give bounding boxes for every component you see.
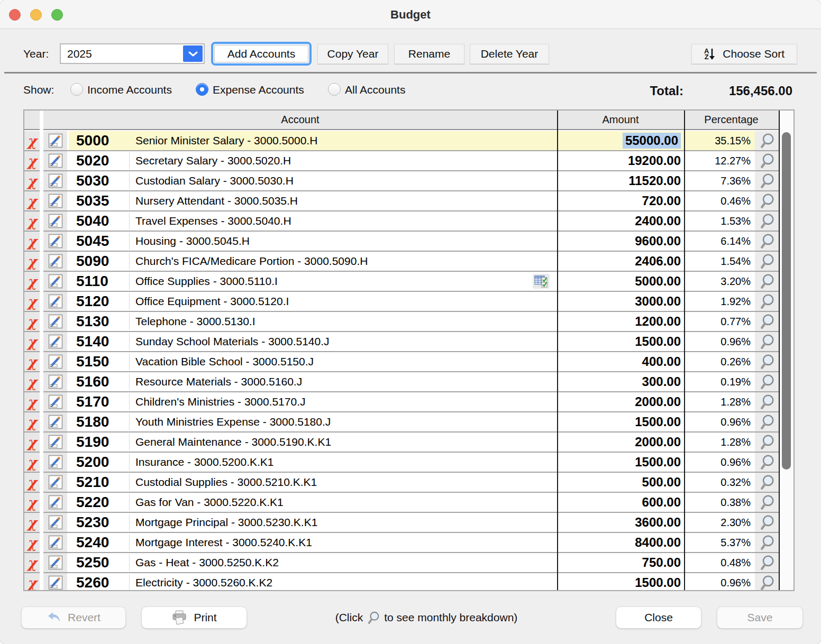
edit-row-cell[interactable] xyxy=(43,232,67,251)
delete-row-cell[interactable]: χ xyxy=(24,553,40,572)
edit-row-cell[interactable] xyxy=(43,553,67,572)
edit-row-cell[interactable] xyxy=(43,513,67,532)
delete-x-icon[interactable]: χ xyxy=(28,375,37,389)
amount-cell[interactable]: 300.00 xyxy=(557,372,684,391)
edit-row-cell[interactable] xyxy=(43,191,67,210)
account-number[interactable]: 5120 xyxy=(69,292,129,311)
delete-row-cell[interactable]: χ xyxy=(24,352,40,371)
amount-cell[interactable]: 1500.00 xyxy=(557,332,684,351)
close-button[interactable]: Close xyxy=(616,606,701,629)
account-number[interactable]: 5110 xyxy=(69,272,129,291)
spreadsheet-icon[interactable] xyxy=(533,274,550,289)
delete-x-icon[interactable]: χ xyxy=(28,455,37,470)
account-name-cell[interactable]: Vacation Bible School - 3000.5150.J xyxy=(129,352,557,371)
edit-row-cell[interactable] xyxy=(43,352,67,371)
edit-row-cell[interactable] xyxy=(43,372,67,391)
edit-pencil-icon[interactable] xyxy=(48,294,63,309)
magnifier-icon[interactable] xyxy=(760,555,774,571)
edit-row-cell[interactable] xyxy=(43,131,67,150)
delete-row-cell[interactable]: χ xyxy=(24,332,40,351)
edit-pencil-icon[interactable] xyxy=(48,274,63,289)
vertical-scrollbar[interactable] xyxy=(780,111,793,590)
delete-row-cell[interactable]: χ xyxy=(24,211,40,231)
edit-pencil-icon[interactable] xyxy=(48,394,63,409)
amount-cell[interactable]: 19200.00 xyxy=(557,151,684,170)
edit-pencil-icon[interactable] xyxy=(48,133,63,148)
account-number[interactable]: 5035 xyxy=(69,191,129,210)
account-name-cell[interactable]: Office Supplies - 3000.5110.I xyxy=(129,272,557,291)
delete-x-icon[interactable]: χ xyxy=(28,254,37,269)
account-name-cell[interactable]: Electricity - 3000.5260.K.K2 xyxy=(129,573,557,590)
account-name-cell[interactable]: Telephone - 3000.5130.I xyxy=(129,312,557,331)
monthly-breakdown-cell[interactable] xyxy=(755,513,779,532)
table-row[interactable]: χ 5180 Youth Ministries Expense - 3000.5… xyxy=(24,412,793,433)
monthly-breakdown-cell[interactable] xyxy=(755,211,779,231)
magnifier-icon[interactable] xyxy=(760,394,774,410)
account-name-cell[interactable]: Mortgage Interest - 3000.5240.K.K1 xyxy=(129,533,557,552)
monthly-breakdown-cell[interactable] xyxy=(755,151,779,170)
monthly-breakdown-cell[interactable] xyxy=(755,332,779,351)
account-number[interactable]: 5240 xyxy=(69,533,129,552)
account-number[interactable]: 5160 xyxy=(69,372,129,391)
account-number[interactable]: 5000 xyxy=(69,131,129,150)
table-row[interactable]: χ 5045 Housing - 3000.5045.H xyxy=(24,232,793,252)
delete-row-cell[interactable]: χ xyxy=(24,171,40,190)
monthly-breakdown-cell[interactable] xyxy=(755,433,779,452)
edit-pencil-icon[interactable] xyxy=(48,334,63,349)
edit-pencil-icon[interactable] xyxy=(48,555,63,570)
delete-x-icon[interactable]: χ xyxy=(28,415,37,429)
delete-x-icon[interactable]: χ xyxy=(28,214,37,228)
magnifier-icon[interactable] xyxy=(760,334,774,349)
edit-row-cell[interactable] xyxy=(43,573,67,590)
magnifier-icon[interactable] xyxy=(760,535,774,550)
year-dropdown[interactable]: 2025 xyxy=(60,43,205,64)
account-number[interactable]: 5045 xyxy=(69,232,129,251)
amount-cell[interactable]: 5000.00 xyxy=(557,272,684,291)
account-name-cell[interactable]: Travel Expenses - 3000.5040.H xyxy=(129,211,557,231)
amount-cell[interactable]: 11520.00 xyxy=(557,171,684,190)
magnifier-icon[interactable] xyxy=(760,474,774,490)
table-row[interactable]: χ 5020 Secretary Salary - 3000.5020.H xyxy=(24,151,793,171)
edit-pencil-icon[interactable] xyxy=(48,214,63,228)
edit-row-cell[interactable] xyxy=(43,312,67,331)
account-number[interactable]: 5210 xyxy=(69,473,129,492)
monthly-breakdown-cell[interactable] xyxy=(755,453,779,472)
amount-cell[interactable]: 2406.00 xyxy=(557,252,684,271)
edit-row-cell[interactable] xyxy=(43,252,67,271)
delete-x-icon[interactable]: χ xyxy=(28,395,37,409)
delete-row-cell[interactable]: χ xyxy=(24,272,40,291)
table-row[interactable]: χ 5240 Mortgage Interest - 3000.5240.K.K… xyxy=(24,533,793,553)
amount-cell[interactable]: 9600.00 xyxy=(557,232,684,251)
table-row[interactable]: χ 5120 Office Equipment - 3000.5120.I xyxy=(24,292,793,312)
account-number[interactable]: 5040 xyxy=(69,211,129,231)
edit-row-cell[interactable] xyxy=(43,151,67,170)
delete-row-cell[interactable]: χ xyxy=(24,312,40,331)
account-number[interactable]: 5030 xyxy=(69,171,129,190)
monthly-breakdown-cell[interactable] xyxy=(755,533,779,552)
monthly-breakdown-cell[interactable] xyxy=(755,232,779,251)
edit-pencil-icon[interactable] xyxy=(48,575,63,590)
monthly-breakdown-cell[interactable] xyxy=(755,312,779,331)
save-button[interactable]: Save xyxy=(717,606,803,629)
amount-cell[interactable]: 1500.00 xyxy=(557,412,684,431)
account-name-cell[interactable]: Senior Minister Salary - 3000.5000.H xyxy=(129,131,557,150)
monthly-breakdown-cell[interactable] xyxy=(755,352,779,371)
edit-pencil-icon[interactable] xyxy=(48,535,63,550)
magnifier-icon[interactable] xyxy=(760,354,774,370)
edit-row-cell[interactable] xyxy=(43,211,67,231)
edit-pencil-icon[interactable] xyxy=(48,495,63,510)
delete-x-icon[interactable]: χ xyxy=(28,154,37,168)
delete-row-cell[interactable]: χ xyxy=(24,151,40,170)
delete-x-icon[interactable]: χ xyxy=(28,495,37,510)
chevron-down-icon[interactable] xyxy=(183,45,203,62)
account-number[interactable]: 5190 xyxy=(69,433,129,452)
table-row[interactable]: χ 5160 Resource Materials - 3000.5160.J xyxy=(24,372,793,392)
edit-row-cell[interactable] xyxy=(43,272,67,291)
account-number[interactable]: 5090 xyxy=(69,252,129,271)
magnifier-icon[interactable] xyxy=(760,293,774,309)
delete-x-icon[interactable]: χ xyxy=(28,335,37,349)
account-name-cell[interactable]: Sunday School Materials - 3000.5140.J xyxy=(129,332,557,351)
account-number[interactable]: 5170 xyxy=(69,392,129,411)
account-number[interactable]: 5140 xyxy=(69,332,129,351)
delete-x-icon[interactable]: χ xyxy=(28,194,37,208)
